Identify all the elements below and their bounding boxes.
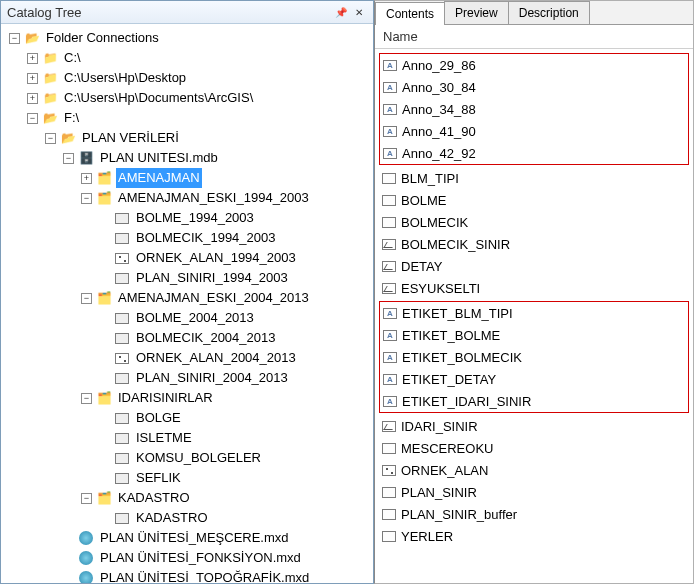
list-item-label: PLAN_SINIR_buffer xyxy=(401,507,517,522)
collapse-icon[interactable]: − xyxy=(81,193,92,204)
tab-preview[interactable]: Preview xyxy=(444,1,509,24)
tree-item[interactable]: −🗂️KADASTRO xyxy=(1,488,373,508)
tree-item-label: PLAN_SINIRI_1994_2003 xyxy=(134,268,290,288)
tree-item-label: PLAN ÜNİTESİ_TOPOĞRAFİK.mxd xyxy=(98,568,311,583)
list-item[interactable]: BOLMECIK xyxy=(379,211,689,233)
list-item[interactable]: DETAY xyxy=(379,255,689,277)
tree-item[interactable]: PLAN ÜNİTESİ_FONKSİYON.mxd xyxy=(1,548,373,568)
tree-item[interactable]: −🗄️PLAN UNITESI.mdb xyxy=(1,148,373,168)
polygon-feature-class-icon xyxy=(114,470,130,486)
list-item-label: Anno_42_92 xyxy=(402,146,476,161)
list-item[interactable]: PLAN_SINIR xyxy=(379,481,689,503)
list-item-label: BLM_TIPI xyxy=(401,171,459,186)
collapse-icon[interactable]: − xyxy=(27,113,38,124)
list-item[interactable]: BLM_TIPI xyxy=(379,167,689,189)
list-item[interactable]: BOLMECIK_SINIR xyxy=(379,233,689,255)
tree-item[interactable]: KADASTRO xyxy=(1,508,373,528)
list-item[interactable]: AAnno_42_92 xyxy=(380,142,688,164)
collapse-icon[interactable]: − xyxy=(9,33,20,44)
feature-dataset-icon: 🗂️ xyxy=(96,290,112,306)
list-item[interactable]: AETIKET_IDARI_SINIR xyxy=(380,390,688,412)
tree-item[interactable]: ORNEK_ALAN_2004_2013 xyxy=(1,348,373,368)
tree-item-label: KADASTRO xyxy=(116,488,192,508)
folder-open-icon: 📂 xyxy=(24,30,40,46)
polygon-feature-class-icon xyxy=(114,450,130,466)
tree-item[interactable]: −🗂️AMENAJMAN_ESKI_2004_2013 xyxy=(1,288,373,308)
list-item[interactable]: AAnno_41_90 xyxy=(380,120,688,142)
tree-item[interactable]: −📂F:\ xyxy=(1,108,373,128)
contents-list[interactable]: AAnno_29_86AAnno_30_84AAnno_34_88AAnno_4… xyxy=(375,49,693,583)
tree-item[interactable]: +📁C:\ xyxy=(1,48,373,68)
expand-icon[interactable]: + xyxy=(27,53,38,64)
tree-item[interactable]: BOLMECIK_1994_2003 xyxy=(1,228,373,248)
tree-item[interactable]: PLAN ÜNİTESİ_MEŞCERE.mxd xyxy=(1,528,373,548)
list-item-label: BOLMECIK xyxy=(401,215,468,230)
list-item-label: BOLMECIK_SINIR xyxy=(401,237,510,252)
annotation-feature-class-icon: A xyxy=(382,145,398,161)
tab-description[interactable]: Description xyxy=(508,1,590,24)
tree-item[interactable]: −🗂️IDARISINIRLAR xyxy=(1,388,373,408)
tree-item[interactable]: ORNEK_ALAN_1994_2003 xyxy=(1,248,373,268)
tab-bar: ContentsPreviewDescription xyxy=(375,1,693,25)
list-item[interactable]: AAnno_30_84 xyxy=(380,76,688,98)
list-item[interactable]: AETIKET_DETAY xyxy=(380,368,688,390)
line-feature-class-icon xyxy=(381,280,397,296)
expand-icon[interactable]: + xyxy=(81,173,92,184)
tree-item[interactable]: ISLETME xyxy=(1,428,373,448)
list-item[interactable]: AAnno_29_86 xyxy=(380,54,688,76)
tree-item[interactable]: −🗂️AMENAJMAN_ESKI_1994_2003 xyxy=(1,188,373,208)
expand-icon[interactable]: + xyxy=(27,73,38,84)
list-item[interactable]: ESYUKSELTI xyxy=(379,277,689,299)
list-item[interactable]: AETIKET_BLM_TIPI xyxy=(380,302,688,324)
tree-item-label: C:\Users\Hp\Documents\ArcGIS\ xyxy=(62,88,255,108)
list-item[interactable]: ORNEK_ALAN xyxy=(379,459,689,481)
list-item[interactable]: AETIKET_BOLMECIK xyxy=(380,346,688,368)
tree-item[interactable]: +📁C:\Users\Hp\Documents\ArcGIS\ xyxy=(1,88,373,108)
collapse-icon[interactable]: − xyxy=(45,133,56,144)
tree-item[interactable]: BOLME_2004_2013 xyxy=(1,308,373,328)
list-item[interactable]: YERLER xyxy=(379,525,689,547)
list-item-label: Anno_30_84 xyxy=(402,80,476,95)
collapse-icon[interactable]: − xyxy=(81,393,92,404)
collapse-icon[interactable]: − xyxy=(81,293,92,304)
collapse-icon[interactable]: − xyxy=(63,153,74,164)
collapse-icon[interactable]: − xyxy=(81,493,92,504)
tree-item[interactable]: +📁C:\Users\Hp\Desktop xyxy=(1,68,373,88)
tree-item[interactable]: −📂Folder Connections xyxy=(1,28,373,48)
list-item-label: Anno_41_90 xyxy=(402,124,476,139)
list-item[interactable]: AAnno_34_88 xyxy=(380,98,688,120)
tree-item[interactable]: PLAN ÜNİTESİ_TOPOĞRAFİK.mxd xyxy=(1,568,373,583)
feature-dataset-icon: 🗂️ xyxy=(96,190,112,206)
list-item-label: ETIKET_BOLME xyxy=(402,328,500,343)
list-item[interactable]: AETIKET_BOLME xyxy=(380,324,688,346)
list-item[interactable]: MESCEREOKU xyxy=(379,437,689,459)
close-icon[interactable]: ✕ xyxy=(351,4,367,20)
polygon-feature-class-icon xyxy=(114,370,130,386)
list-item[interactable]: IDARI_SINIR xyxy=(379,415,689,437)
geodatabase-icon: 🗄️ xyxy=(78,150,94,166)
map-document-icon xyxy=(78,530,94,546)
tree-item[interactable]: BOLGE xyxy=(1,408,373,428)
tree-item[interactable]: +🗂️AMENAJMAN xyxy=(1,168,373,188)
tree-item[interactable]: BOLME_1994_2003 xyxy=(1,208,373,228)
pin-icon[interactable]: 📌 xyxy=(333,4,349,20)
tree-item-label: ORNEK_ALAN_1994_2003 xyxy=(134,248,298,268)
list-item[interactable]: PLAN_SINIR_buffer xyxy=(379,503,689,525)
tree-view[interactable]: −📂Folder Connections+📁C:\+📁C:\Users\Hp\D… xyxy=(1,24,373,583)
tree-item[interactable]: SEFLIK xyxy=(1,468,373,488)
tree-item-label: BOLME_1994_2003 xyxy=(134,208,256,228)
tree-item-label: IDARISINIRLAR xyxy=(116,388,215,408)
tree-item-label: F:\ xyxy=(62,108,81,128)
tree-item[interactable]: PLAN_SINIRI_2004_2013 xyxy=(1,368,373,388)
tree-item[interactable]: BOLMECIK_2004_2013 xyxy=(1,328,373,348)
folder-icon: 📁 xyxy=(42,50,58,66)
expand-icon[interactable]: + xyxy=(27,93,38,104)
tree-item-label: PLAN VERİLERİ xyxy=(80,128,181,148)
tree-item[interactable]: KOMSU_BOLGELER xyxy=(1,448,373,468)
list-item[interactable]: BOLME xyxy=(379,189,689,211)
column-header-name[interactable]: Name xyxy=(375,25,693,49)
tab-contents[interactable]: Contents xyxy=(375,2,445,25)
polygon-feature-class-icon xyxy=(114,410,130,426)
tree-item[interactable]: PLAN_SINIRI_1994_2003 xyxy=(1,268,373,288)
tree-item[interactable]: −📂PLAN VERİLERİ xyxy=(1,128,373,148)
